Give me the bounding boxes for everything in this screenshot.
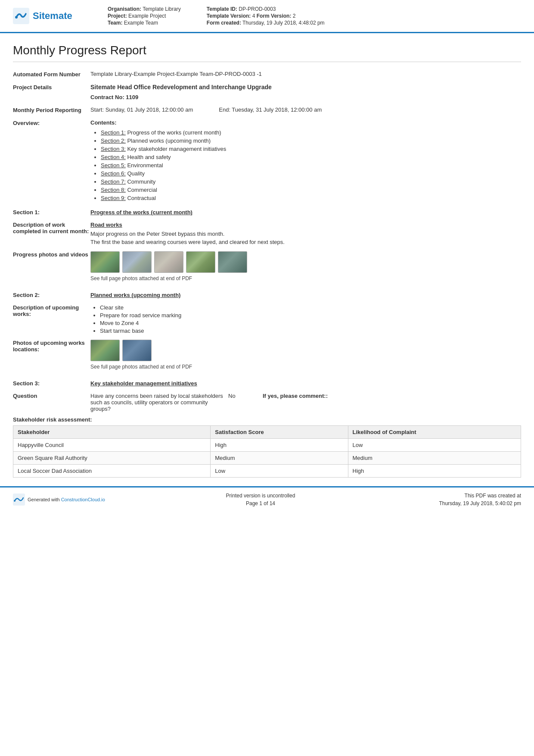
overview-contents: Contents: Section 1: Progress of the wor… bbox=[90, 119, 521, 203]
progress-photos-row: Progress photos and videos See full page… bbox=[13, 251, 521, 287]
footer-pdf-line2: Thursday, 19 July 2018, 5:40:02 pm bbox=[409, 500, 521, 507]
contents-item-7: Section 7: Community bbox=[101, 178, 521, 185]
contents-item-3: Section 3: Key stakeholder management in… bbox=[101, 146, 521, 152]
upcoming-photo-thumb-1 bbox=[90, 340, 120, 361]
period-start: Start: Sunday, 01 July 2018, 12:00:00 am bbox=[90, 106, 193, 113]
header-meta-left: Organisation: Template Library Project: … bbox=[108, 6, 181, 26]
footer-logo-icon bbox=[13, 494, 25, 506]
upcoming-works-label: Description of upcoming works: bbox=[13, 304, 90, 317]
table-row: Happyville Council High Low bbox=[13, 439, 521, 452]
upcoming-item-4: Start tarmac base bbox=[100, 328, 521, 334]
section2-title: Planned works (upcoming month) bbox=[90, 292, 180, 298]
likelihood-1: Low bbox=[348, 439, 521, 452]
section1-label: Section 1: bbox=[13, 209, 90, 216]
section1-title: Progress of the works (current month) bbox=[90, 209, 192, 216]
project-details-text: Sitemate Head Office Redevelopment and I… bbox=[90, 84, 521, 91]
road-works-text2: The first the base and wearing courses w… bbox=[90, 239, 521, 245]
project-details-row: Project Details Sitemate Head Office Red… bbox=[13, 84, 521, 100]
contents-list: Section 1: Progress of the works (curren… bbox=[90, 129, 521, 201]
section7-link[interactable]: Section 7: bbox=[101, 178, 126, 185]
footer-logo-text: Generated with ConstructionCloud.io bbox=[28, 497, 105, 502]
monthly-period-label: Monthly Period Reporting bbox=[13, 106, 90, 113]
photo-thumb-3 bbox=[154, 251, 183, 273]
upcoming-photos-value: See full page photos attached at end of … bbox=[90, 340, 521, 376]
upcoming-photos-thumbnails bbox=[90, 340, 521, 361]
report-title: Monthly Progress Report bbox=[13, 44, 521, 62]
section1-row: Section 1: Progress of the works (curren… bbox=[13, 209, 521, 216]
contents-item-8: Section 8: Commercial bbox=[101, 187, 521, 193]
overview-label: Overview: bbox=[13, 119, 90, 126]
contents-item-4: Section 4: Health and safety bbox=[101, 154, 521, 160]
section2-row: Section 2: Planned works (upcoming month… bbox=[13, 292, 521, 298]
col-likelihood: Likelihood of Complaint bbox=[348, 426, 521, 439]
stakeholder-name-2: Green Square Rail Authority bbox=[13, 452, 211, 465]
team-line: Team: Example Team bbox=[108, 20, 181, 26]
table-body: Happyville Council High Low Green Square… bbox=[13, 439, 521, 478]
upcoming-photo-thumb-2 bbox=[122, 340, 152, 361]
logo-text: Sitemate bbox=[33, 10, 72, 22]
photo-thumb-5 bbox=[218, 251, 247, 273]
section9-link[interactable]: Section 9: bbox=[101, 195, 126, 201]
photo-thumb-1 bbox=[90, 251, 120, 273]
automated-form-value: Template Library-Example Project-Example… bbox=[90, 71, 521, 77]
question-answer: No bbox=[228, 393, 263, 399]
table-row: Local Soccer Dad Association Low High bbox=[13, 465, 521, 478]
contents-item-9: Section 9: Contractual bbox=[101, 195, 521, 201]
section4-link[interactable]: Section 4: bbox=[101, 154, 126, 160]
col-satisfaction: Satisfaction Score bbox=[211, 426, 348, 439]
logo-area: Sitemate bbox=[13, 8, 108, 24]
monthly-period-value: Start: Sunday, 01 July 2018, 12:00:00 am… bbox=[90, 106, 521, 113]
stakeholder-title: Stakeholder risk assessment: bbox=[13, 416, 521, 423]
footer-pdf-line1: This PDF was created at bbox=[409, 492, 521, 500]
section8-link[interactable]: Section 8: bbox=[101, 187, 126, 193]
col-stakeholder: Stakeholder bbox=[13, 426, 211, 439]
page-header: Sitemate Organisation: Template Library … bbox=[0, 0, 534, 33]
period-end: End: Tuesday, 31 July 2018, 12:00:00 am bbox=[219, 106, 322, 113]
section3-label: Section 3: bbox=[13, 380, 90, 387]
section1-link[interactable]: Section 1: bbox=[101, 129, 126, 136]
footer-print-line2: Page 1 of 14 bbox=[112, 500, 409, 507]
template-id-line: Template ID: DP-PROD-0003 bbox=[207, 6, 325, 12]
contents-item-1: Section 1: Progress of the works (curren… bbox=[101, 129, 521, 136]
progress-photos-label: Progress photos and videos bbox=[13, 251, 90, 258]
header-meta-right: Template ID: DP-PROD-0003 Template Versi… bbox=[207, 6, 325, 26]
section3-link[interactable]: Section 3: bbox=[101, 146, 126, 152]
monthly-period-row: Monthly Period Reporting Start: Sunday, … bbox=[13, 106, 521, 113]
stakeholder-name-1: Happyville Council bbox=[13, 439, 211, 452]
photo-caption: See full page photos attached at end of … bbox=[90, 275, 521, 281]
footer-logo: Generated with ConstructionCloud.io bbox=[13, 494, 112, 506]
photo-thumb-4 bbox=[186, 251, 215, 273]
desc-work-row: Description of work completed in current… bbox=[13, 222, 521, 247]
footer-print-line1: Printed version is uncontrolled bbox=[112, 492, 409, 500]
automated-form-label: Automated Form Number bbox=[13, 71, 90, 78]
footer-center: Printed version is uncontrolled Page 1 o… bbox=[112, 492, 409, 507]
section5-link[interactable]: Section 5: bbox=[101, 162, 126, 169]
likelihood-2: Medium bbox=[348, 452, 521, 465]
contract-no: Contract No: 1109 bbox=[90, 94, 138, 100]
project-line: Project: Example Project bbox=[108, 13, 181, 19]
table-header: Stakeholder Satisfaction Score Likelihoo… bbox=[13, 426, 521, 439]
upcoming-item-1: Clear site bbox=[100, 304, 521, 311]
construction-cloud-link[interactable]: ConstructionCloud.io bbox=[61, 497, 105, 502]
contents-item-5: Section 5: Environmental bbox=[101, 162, 521, 169]
satisfaction-1: High bbox=[211, 439, 348, 452]
question-row: Question Have any concerns been raised b… bbox=[13, 393, 521, 412]
likelihood-3: High bbox=[348, 465, 521, 478]
question-label: Question bbox=[13, 393, 90, 399]
upcoming-photos-label: Photos of upcoming works locations: bbox=[13, 340, 90, 353]
header-meta: Organisation: Template Library Project: … bbox=[108, 6, 521, 26]
section2-label: Section 2: bbox=[13, 292, 90, 298]
section6-link[interactable]: Section 6: bbox=[101, 170, 126, 177]
section3-title: Key stakeholder management initiatives bbox=[90, 380, 197, 387]
desc-work-label: Description of work completed in current… bbox=[13, 222, 90, 234]
desc-work-value: Road works Major progress on the Peter S… bbox=[90, 222, 521, 247]
upcoming-photos-row: Photos of upcoming works locations: See … bbox=[13, 340, 521, 376]
section2-link[interactable]: Section 2: bbox=[101, 137, 126, 144]
photo-thumb-2 bbox=[122, 251, 152, 273]
project-details-value: Sitemate Head Office Redevelopment and I… bbox=[90, 84, 521, 100]
upcoming-item-3: Move to Zone 4 bbox=[100, 320, 521, 326]
main-content: Monthly Progress Report Automated Form N… bbox=[0, 33, 534, 478]
stakeholder-name-3: Local Soccer Dad Association bbox=[13, 465, 211, 478]
photos-thumbnails bbox=[90, 251, 521, 273]
upcoming-works-row: Description of upcoming works: Clear sit… bbox=[13, 304, 521, 335]
